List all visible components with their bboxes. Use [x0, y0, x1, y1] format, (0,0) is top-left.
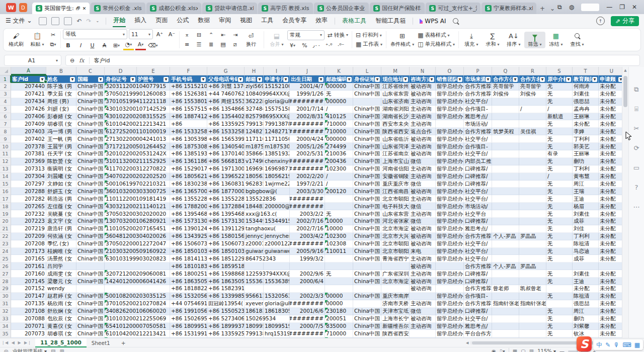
find-button[interactable]: 查找 ▾: [567, 32, 588, 48]
undo-icon[interactable]: ↶: [76, 18, 82, 25]
tab-list-caret[interactable]: ⌄: [547, 3, 557, 14]
table-cell[interactable]: [492, 203, 519, 210]
table-cell[interactable]: 留学总经办: [436, 98, 464, 106]
menu-item-页面[interactable]: 页面: [155, 15, 168, 27]
table-cell[interactable]: +86 19910568: [170, 308, 207, 315]
row-header-10[interactable]: 10: [0, 143, 11, 150]
table-cell[interactable]: 207073: [11, 330, 46, 337]
clear-format-icon[interactable]: ⌫▾: [147, 41, 158, 50]
column-header-M[interactable]: M: [381, 67, 410, 75]
table-cell[interactable]: 207160: [11, 270, 46, 278]
table-cell[interactable]: 未分配: [599, 91, 622, 98]
decrease-indent-icon[interactable]: ⇤: [218, 31, 228, 39]
table-cell[interactable]: 未分配: [599, 98, 622, 106]
table-cell[interactable]: tanghaoxu(: [245, 225, 290, 233]
table-cell[interactable]: [492, 225, 519, 233]
table-cell[interactable]: [519, 165, 546, 173]
table-cell[interactable]: #########: [290, 240, 325, 248]
table-cell[interactable]: 未分配: [599, 203, 622, 210]
table-cell[interactable]: z20001227(: [245, 240, 264, 248]
sort-button[interactable]: A↓ 排序 ▾: [503, 32, 524, 48]
table-cell[interactable]: 安徽省铜陵: [381, 173, 410, 181]
row-header-12[interactable]: 12: [0, 158, 11, 165]
table-cell[interactable]: 周江: [573, 181, 599, 188]
table-cell[interactable]: 微信: [410, 158, 436, 165]
table-header-cell[interactable]: 护照号▼: [137, 75, 170, 83]
table-cell[interactable]: 被动咨询: [410, 262, 436, 270]
table-cell[interactable]: 未分配: [599, 255, 622, 262]
table-cell[interactable]: [519, 293, 546, 300]
table-cell[interactable]: [519, 330, 546, 337]
table-cell[interactable]: 留学总经办: [436, 240, 464, 248]
table-cell[interactable]: 留学总经办: [436, 188, 464, 195]
table-cell[interactable]: 16969871: [245, 165, 264, 173]
table-cell[interactable]: 370502199901260083: [105, 91, 170, 98]
table-cell[interactable]: 刘素佳: [573, 270, 599, 278]
table-cell[interactable]: China中国: [353, 315, 381, 323]
table-cell[interactable]: [492, 165, 519, 173]
menu-item-公式[interactable]: 公式: [176, 15, 189, 27]
table-cell[interactable]: China中国: [76, 173, 105, 181]
table-cell[interactable]: 无: [546, 195, 573, 203]
table-cell[interactable]: 310113200211152925: [105, 158, 170, 165]
table-cell[interactable]: 刘紫馨: [573, 323, 599, 330]
table-cell[interactable]: China中国: [76, 143, 105, 150]
table-cell[interactable]: [264, 262, 290, 270]
table-cell[interactable]: [519, 308, 546, 315]
table-cell[interactable]: +86 15332585: [170, 128, 207, 135]
table-cell[interactable]: [325, 262, 353, 270]
zoom-level[interactable]: 115% ▾: [537, 348, 556, 352]
table-cell[interactable]: 200051: [325, 315, 353, 323]
table-cell[interactable]: 指南针张老: [519, 300, 546, 308]
table-cell[interactable]: 王丽琳: [573, 150, 599, 158]
number-format-select[interactable]: 常规▾: [287, 30, 325, 40]
table-cell[interactable]: 2005/1/26: [290, 143, 325, 150]
table-cell[interactable]: 2002/3/3: [290, 293, 325, 300]
table-cell[interactable]: 平台合作方: [464, 330, 492, 337]
table-cell[interactable]: 陕西省西安: [381, 128, 410, 135]
table-cell[interactable]: +86 1354402198: [207, 113, 245, 121]
table-cell[interactable]: 雅思考点/: [464, 113, 492, 121]
table-cell[interactable]: +86 1391129694: [207, 225, 245, 233]
table-cell[interactable]: #########: [290, 158, 325, 165]
table-cell[interactable]: 合作方推荐: [464, 91, 492, 98]
table-cell[interactable]: 北京市朝阳: [381, 248, 410, 255]
table-cell[interactable]: 710000: [325, 128, 353, 135]
table-cell[interactable]: China中国: [353, 173, 381, 181]
table-cell[interactable]: 无: [546, 293, 573, 300]
table-cell[interactable]: 口碑推荐/: [464, 308, 492, 315]
table-cell[interactable]: 102300: [325, 165, 353, 173]
table-cell[interactable]: 留学总经办: [436, 210, 464, 218]
table-cell[interactable]: hrq153199: [264, 330, 290, 337]
table-cell[interactable]: 200436: [325, 158, 353, 165]
table-cell[interactable]: 被动咨询: [410, 188, 436, 195]
table-cell[interactable]: 207381: [11, 150, 46, 158]
table-cell[interactable]: China中国: [76, 330, 105, 337]
table-cell[interactable]: 黄韦慧: [573, 173, 599, 181]
column-header-N[interactable]: N: [410, 67, 436, 75]
table-cell[interactable]: 丁利利: [573, 135, 599, 143]
table-cell[interactable]: 陈子逸 (男: [46, 83, 76, 91]
column-header-D[interactable]: D: [105, 67, 137, 75]
ime-mic-icon[interactable]: 🎙: [613, 342, 619, 348]
font-name-select[interactable]: 等线▾: [63, 29, 127, 39]
table-cell[interactable]: 河南省信阳: [381, 165, 410, 173]
table-cell[interactable]: [519, 173, 546, 181]
table-cell[interactable]: 370502200012272047: [105, 240, 170, 248]
table-cell[interactable]: 郭美艺: [573, 143, 599, 150]
table-header-cell[interactable]: 咨询方式▼: [410, 75, 436, 83]
column-header-Q[interactable]: Q: [492, 67, 519, 75]
table-cell[interactable]: 未分配: [599, 218, 622, 225]
table-cell[interactable]: 留学总经办: [436, 158, 464, 165]
currency-icon[interactable]: ¥▾: [287, 41, 298, 50]
vertical-scrollbar[interactable]: ▲: [622, 67, 628, 338]
table-cell[interactable]: 210303200509160922: [105, 248, 170, 255]
table-cell[interactable]: 主动咨询: [410, 113, 436, 121]
table-cell[interactable]: 274499: [325, 143, 353, 150]
table-cell[interactable]: 无: [325, 270, 353, 278]
table-cell[interactable]: China中国: [76, 128, 105, 135]
table-cell[interactable]: 未分配: [599, 308, 622, 315]
table-cell[interactable]: 雅思考点/: [464, 225, 492, 233]
sum-button[interactable]: ∑ 求和 ▾: [482, 32, 503, 48]
table-cell[interactable]: 2003/4/2: [290, 233, 325, 240]
